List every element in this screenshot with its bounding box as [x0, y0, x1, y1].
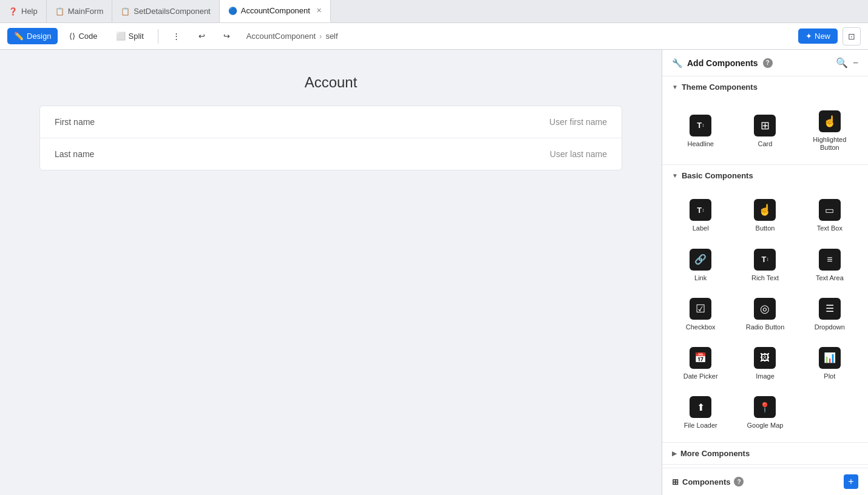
headline-icon: T↕ [690, 115, 711, 136]
radio-button-icon: ◎ [754, 298, 776, 320]
toolbar: ✏️ Design ⟨⟩ Code ⬜ Split ⋮ ↩ ↪ AccountC… [0, 23, 868, 50]
add-component-button[interactable]: + [844, 474, 858, 489]
component-checkbox[interactable]: ☑ Checkbox [670, 290, 731, 337]
file-loader-label: File Loader [684, 422, 717, 429]
toolbar-right: ✦ New ⊡ [798, 27, 861, 45]
component-headline[interactable]: T↕ Headline [670, 103, 731, 157]
tab-mainform[interactable]: 📋 MainForm [47, 0, 113, 22]
component-dropdown[interactable]: ☰ Dropdown [799, 290, 861, 337]
tab-setdetails-label: SetDetailsComponent [134, 7, 210, 16]
add-icon: + [848, 476, 853, 487]
panel-scroll: ▼ Theme Components T↕ Headline ⊞ Card ☝ … [662, 76, 868, 468]
design-button[interactable]: ✏️ Design [7, 28, 58, 44]
highlighted-button-label: Highlighted Button [804, 136, 855, 152]
card-icon: ⊞ [754, 115, 776, 136]
component-rich-text[interactable]: T↕ Rich Text [734, 241, 796, 288]
design-icon: ✏️ [14, 32, 24, 41]
component-highlighted-button[interactable]: ☝ Highlighted Button [799, 103, 861, 157]
component-plot[interactable]: 📊 Plot [799, 339, 861, 386]
text-area-icon: ≡ [819, 249, 841, 271]
first-name-label: First name [55, 117, 95, 127]
layout-toggle-button[interactable]: ⊡ [843, 27, 861, 45]
date-picker-icon: 📅 [690, 347, 711, 369]
table-row: First name User first name [40, 106, 622, 138]
basic-chevron-icon: ▼ [672, 172, 678, 179]
basic-components-section: ▼ Basic Components T↕ Label ☝ Button ▭ T… [662, 165, 868, 443]
button-icon: ☝ [754, 199, 776, 221]
image-label: Image [756, 372, 775, 380]
breadcrumb-sub: self [325, 32, 337, 41]
component-card[interactable]: ⊞ Card [734, 103, 796, 157]
code-button[interactable]: ⟨⟩ Code [63, 28, 104, 44]
component-file-loader[interactable]: ⬆ File Loader [670, 388, 731, 435]
component-radio-button[interactable]: ◎ Radio Button [734, 290, 796, 337]
split-button[interactable]: ⬜ Split [109, 28, 151, 44]
panel-header: 🔧 Add Components ? 🔍 − [662, 50, 868, 76]
panel-actions: 🔍 − [836, 57, 858, 69]
redo-button[interactable]: ↪ [217, 28, 237, 44]
basic-components-header[interactable]: ▼ Basic Components [662, 165, 868, 186]
wrench-icon: 🔧 [672, 58, 682, 68]
plot-label: Plot [824, 372, 835, 380]
basic-components-grid: T↕ Label ☝ Button ▭ Text Box 🔗 Link [662, 186, 868, 442]
google-map-icon: 📍 [754, 396, 776, 418]
rich-text-icon: T↕ [754, 249, 776, 271]
panel-help-badge[interactable]: ? [763, 58, 773, 68]
image-icon: 🖼 [754, 347, 776, 369]
card-label: Card [758, 140, 773, 148]
bottom-bar-label: Components [682, 477, 730, 487]
headline-label: Headline [687, 140, 713, 148]
component-google-map[interactable]: 📍 Google Map [734, 388, 796, 435]
new-button[interactable]: ✦ New [798, 29, 838, 44]
tab-account-close[interactable]: ✕ [316, 7, 322, 15]
checkbox-label: Checkbox [686, 323, 716, 331]
more-chevron-icon: ▶ [672, 450, 677, 457]
dropdown-label: Dropdown [815, 323, 845, 331]
collapse-button[interactable]: − [853, 58, 858, 69]
theme-components-header[interactable]: ▼ Theme Components [662, 76, 868, 98]
breadcrumb-main: AccountComponent [246, 32, 316, 41]
component-text-area[interactable]: ≡ Text Area [799, 241, 861, 288]
date-picker-label: Date Picker [683, 372, 718, 380]
last-name-value: User last name [550, 149, 607, 159]
bottom-help-badge[interactable]: ? [734, 477, 744, 487]
last-name-label: Last name [55, 149, 94, 159]
more-components-header[interactable]: ▶ More Components [662, 443, 868, 464]
search-button[interactable]: 🔍 [836, 57, 848, 69]
code-label: Code [78, 32, 97, 41]
tab-mainform-icon: 📋 [55, 7, 64, 16]
more-options-button[interactable]: ⋮ [166, 28, 187, 44]
more-section-label: More Components [680, 449, 750, 458]
text-area-label: Text Area [816, 274, 844, 282]
breadcrumb: AccountComponent › self [246, 32, 338, 41]
button-label: Button [756, 224, 775, 232]
canvas: Account First name User first name Last … [0, 50, 662, 495]
form-card: First name User first name Last name Use… [39, 106, 622, 170]
text-box-icon: ▭ [819, 199, 841, 221]
plot-icon: 📊 [819, 347, 841, 369]
component-link[interactable]: 🔗 Link [670, 241, 731, 288]
split-label: Split [129, 32, 144, 41]
panel-title-text: Add Components [687, 58, 758, 68]
google-map-label: Google Map [747, 422, 784, 429]
component-button[interactable]: ☝ Button [734, 191, 796, 238]
text-box-label: Text Box [817, 224, 843, 232]
checkbox-icon: ☑ [690, 298, 711, 320]
tab-setdetails-icon: 📋 [121, 7, 130, 16]
link-label: Link [694, 274, 707, 282]
undo-button[interactable]: ↩ [192, 28, 212, 44]
component-text-box[interactable]: ▭ Text Box [799, 191, 861, 238]
theme-components-grid: T↕ Headline ⊞ Card ☝ Highlighted Button [662, 98, 868, 164]
breadcrumb-separator: › [319, 32, 322, 41]
tab-setdetails[interactable]: 📋 SetDetailsComponent [112, 0, 219, 22]
component-label[interactable]: T↕ Label [670, 191, 731, 238]
theme-components-section: ▼ Theme Components T↕ Headline ⊞ Card ☝ … [662, 76, 868, 165]
tab-help[interactable]: ❓ Help [0, 0, 47, 22]
basic-section-label: Basic Components [682, 171, 753, 180]
component-image[interactable]: 🖼 Image [734, 339, 796, 386]
tab-account[interactable]: 🔵 AccountComponent ✕ [220, 0, 331, 22]
tab-bar: ❓ Help 📋 MainForm 📋 SetDetailsComponent … [0, 0, 868, 23]
page-title: Account [305, 74, 358, 91]
tab-help-icon: ❓ [8, 7, 18, 16]
component-date-picker[interactable]: 📅 Date Picker [670, 339, 731, 386]
